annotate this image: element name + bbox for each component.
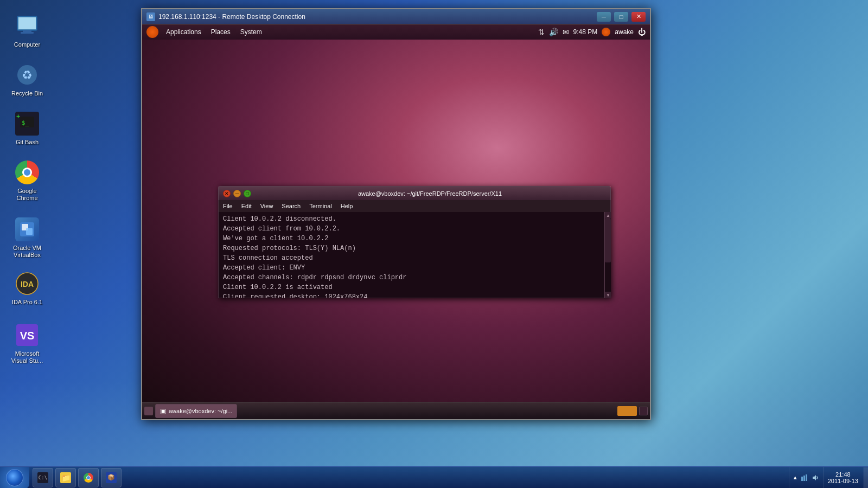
ubuntu-panel: Applications Places System ⇅ 🔊 ✉ 9:48 PM… (142, 24, 650, 40)
svg-marker-18 (813, 475, 816, 480)
desktop-icon-chrome[interactable]: Google Chrome (5, 157, 49, 204)
taskbar-explorer[interactable]: 📁 (55, 468, 76, 487)
terminal-line-7: Client 10.0.2.2 is activated (223, 282, 599, 292)
scroll-thumb[interactable] (605, 219, 611, 262)
ubuntu-desktop: ✕ ─ □ awake@vboxdev: ~/git/FreeRDP/FreeR… (142, 40, 650, 402)
rdp-taskbar-right (617, 406, 648, 416)
ubuntu-orb-icon[interactable] (146, 26, 158, 38)
rdp-title: 192.168.1.110:1234 - Remote Desktop Conn… (158, 13, 593, 21)
vs-label: Microsoft Visual Stu... (8, 350, 47, 364)
terminal-taskbar-label: awake@vboxdev: ~/gi... (169, 408, 232, 414)
terminal-menu-help[interactable]: Help (336, 200, 358, 212)
rdp-titlebar: 🖥 192.168.1.110:1234 - Remote Desktop Co… (142, 9, 650, 24)
taskbar-cmd[interactable]: C:\ (33, 468, 53, 487)
terminal-line-2: We've got a client 10.0.2.2 (223, 234, 599, 243)
rdp-minimize-button[interactable]: ─ (597, 12, 611, 22)
rdp-window: 🖥 192.168.1.110:1234 - Remote Desktop Co… (141, 8, 651, 420)
rdp-icon: 🖥 (146, 12, 155, 21)
svg-rect-2 (23, 30, 31, 32)
clock[interactable]: 21:48 2011-09-13 (823, 467, 863, 488)
network-icon: ⇅ (538, 28, 545, 36)
terminal-menu-search[interactable]: Search (277, 200, 305, 212)
terminal-window: ✕ ─ □ awake@vboxdev: ~/git/FreeRDP/FreeR… (218, 186, 611, 298)
terminal-scrollbar[interactable]: ▲ ▼ (604, 212, 611, 298)
computer-icon (14, 13, 40, 39)
desktop-icon-vs[interactable]: VS Microsoft Visual Stu... (5, 320, 49, 367)
rdp-maximize-button[interactable]: □ (614, 12, 628, 22)
virtualbox-icon (14, 216, 40, 242)
scroll-down-button[interactable]: ▼ (605, 292, 611, 298)
tray-expand-arrow[interactable]: ▲ (793, 474, 798, 480)
gitbash-icon: + $_ (14, 111, 40, 137)
taskbar-chrome[interactable] (78, 468, 99, 487)
recycle-label: Recycle Bin (8, 90, 47, 97)
tray-network-icon (800, 473, 809, 482)
terminal-line-1: Accepted client from 10.0.2.2. (223, 224, 599, 234)
terminal-maximize-button[interactable]: □ (244, 190, 251, 197)
terminal-line-4: TLS connection accepted (223, 253, 599, 263)
svg-rect-1 (18, 17, 36, 29)
terminal-titlebar: ✕ ─ □ awake@vboxdev: ~/git/FreeRDP/FreeR… (218, 186, 611, 200)
cmd-icon: C:\ (37, 472, 48, 483)
recycle-icon: ♻ (14, 62, 40, 88)
chrome-taskbar-icon (83, 472, 94, 483)
start-button[interactable] (0, 467, 29, 489)
terminal-menu-file[interactable]: File (219, 200, 237, 212)
terminal-menu-terminal[interactable]: Terminal (305, 200, 336, 212)
rdp-close-button[interactable]: ✕ (631, 12, 646, 22)
show-desktop-button[interactable] (864, 467, 868, 488)
ubuntu-menu-applications[interactable]: Applications (162, 24, 206, 40)
svg-text:♻: ♻ (22, 68, 33, 82)
ida-label: IDA Pro 6.1 (8, 299, 47, 306)
notification-area: ▲ (789, 467, 823, 488)
ubuntu-menu-places[interactable]: Places (207, 24, 235, 40)
tray-volume-icon (811, 473, 820, 482)
rdp-tray-btn[interactable] (639, 407, 648, 415)
terminal-line-0: Client 10.0.2.2 disconnected. (223, 214, 599, 224)
svg-rect-17 (806, 474, 807, 481)
terminal-taskbar-icon: ▣ (160, 407, 166, 415)
virtualbox-label: Oracle VM VirtualBox (8, 245, 47, 259)
terminal-menubar: File Edit View Search Terminal Help (218, 200, 611, 212)
vs-icon: VS (14, 322, 40, 348)
terminal-content: Client 10.0.2.2 disconnected. Accepted c… (218, 212, 604, 298)
rdp-taskbar-terminal[interactable]: ▣ awake@vboxdev: ~/gi... (155, 404, 237, 418)
explorer-icon: 📁 (60, 472, 71, 483)
scroll-track (605, 219, 611, 292)
ubuntu-menu-system[interactable]: System (236, 24, 266, 40)
rdp-tray-indicator (617, 406, 637, 416)
computer-label: Computer (8, 41, 47, 48)
terminal-line-3: Requested protocols: TLS(Y) NLA(n) (223, 243, 599, 253)
chrome-label: Google Chrome (8, 188, 47, 202)
clock-time: 21:48 (835, 471, 851, 478)
svg-text:$_: $_ (22, 119, 29, 126)
desktop-icon-recycle[interactable]: ♻ Recycle Bin (5, 60, 49, 99)
mail-icon: ✉ (563, 28, 569, 36)
desktop: Computer ♻ Recycle Bin + $_ Git Bash (0, 0, 868, 488)
desktop-icon-virtualbox[interactable]: Oracle VM VirtualBox (5, 214, 49, 261)
svg-rect-10 (26, 228, 33, 235)
taskbar-right: ▲ 21:48 2011-09-13 (789, 467, 868, 488)
terminal-menu-view[interactable]: View (256, 200, 278, 212)
ubuntu-panel-right: ⇅ 🔊 ✉ 9:48 PM awake ⏻ (538, 28, 646, 36)
scroll-up-button[interactable]: ▲ (605, 212, 611, 219)
terminal-line-5: Accepted client: ENVY (223, 263, 599, 273)
taskbar: C:\ 📁 📦 ▲ (0, 466, 868, 488)
desktop-icon-ida[interactable]: IDA IDA Pro 6.1 (5, 268, 49, 308)
svg-rect-15 (801, 477, 803, 481)
svg-rect-3 (21, 32, 34, 34)
windows-orb (6, 469, 23, 486)
ubuntu-orb-small (602, 28, 610, 36)
desktop-icon-gitbash[interactable]: + $_ Git Bash (5, 108, 49, 148)
volume-icon: 🔊 (549, 28, 558, 36)
clock-date: 2011-09-13 (828, 478, 858, 484)
terminal-menu-edit[interactable]: Edit (237, 200, 256, 212)
taskbar-installer[interactable]: 📦 (101, 468, 122, 487)
terminal-minimize-button[interactable]: ─ (233, 190, 241, 197)
terminal-close-button[interactable]: ✕ (223, 190, 231, 197)
terminal-line-8: Client requested desktop: 1024x768x24 (223, 292, 599, 298)
rdp-taskbar: ▣ awake@vboxdev: ~/gi... (142, 402, 650, 419)
svg-text:IDA: IDA (21, 280, 34, 288)
desktop-icon-computer[interactable]: Computer (5, 11, 49, 50)
rdp-taskbar-icon (144, 407, 153, 415)
